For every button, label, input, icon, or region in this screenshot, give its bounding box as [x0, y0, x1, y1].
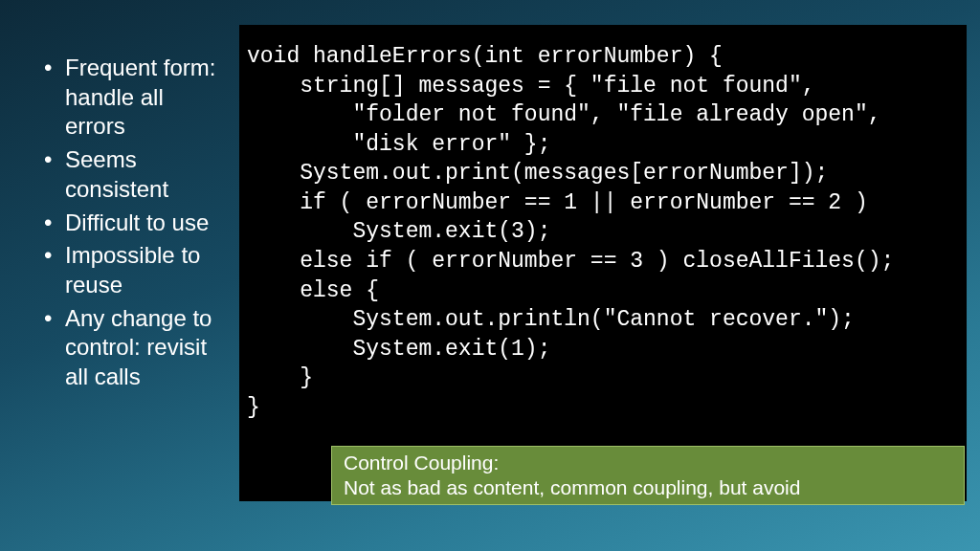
bullet-ul: Frequent form: handle all errors Seems c…: [38, 54, 220, 392]
slide: Frequent form: handle all errors Seems c…: [0, 0, 980, 551]
callout-body: Not as bad as content, common coupling, …: [344, 475, 952, 500]
list-item: Difficult to use: [38, 209, 220, 238]
callout-box: Control Coupling: Not as bad as content,…: [331, 446, 965, 505]
callout-title: Control Coupling:: [344, 451, 952, 475]
bullet-list: Frequent form: handle all errors Seems c…: [38, 54, 220, 396]
list-item: Impossible to reuse: [38, 241, 220, 299]
code-block: void handleErrors(int errorNumber) { str…: [239, 25, 967, 501]
list-item: Frequent form: handle all errors: [38, 54, 220, 142]
list-item: Seems consistent: [38, 145, 220, 204]
list-item: Any change to control: revisit all calls: [38, 304, 220, 392]
